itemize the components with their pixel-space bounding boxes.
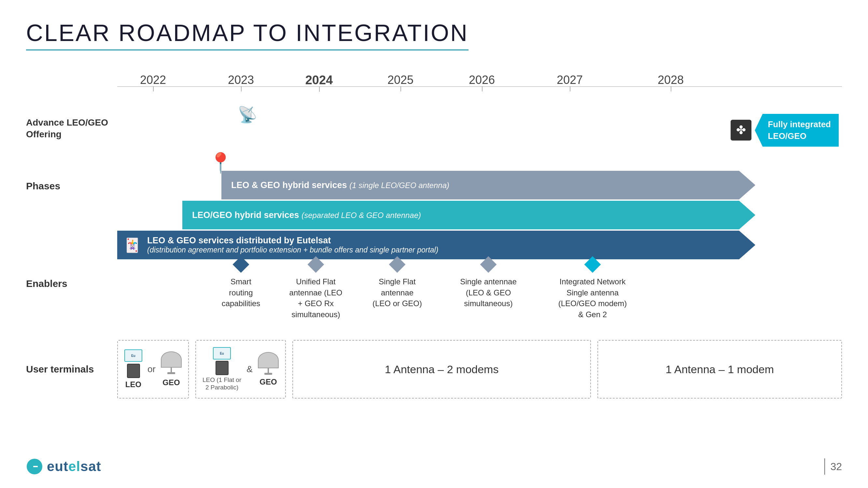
advance-label: Advance LEO/GEOOffering [26, 117, 117, 140]
year-label-2024: 2024 [305, 73, 333, 87]
year-label-2023: 2023 [228, 73, 254, 87]
year-2027: 2027 [554, 73, 586, 87]
geo-label: GEO [162, 378, 180, 387]
or-text: or [148, 364, 156, 375]
enablers-label: Enablers [26, 259, 117, 289]
footer-separator [825, 458, 825, 475]
phase-bar-1: 🃏 LEO & GEO services distributed by Eute… [117, 231, 755, 259]
year-2026: 2026 [466, 73, 498, 87]
svg-rect-1 [33, 466, 38, 467]
logo-text: eutelsat [47, 459, 101, 474]
logo-highlight: el [68, 459, 81, 474]
year-2025: 2025 [384, 73, 417, 87]
terminal-box-4: 1 Antenna – 1 modem [597, 340, 842, 398]
enabler-4: Single antennae (LEO & GEO simultaneous) [453, 259, 524, 309]
terminal-box-4-label: 1 Antenna – 1 modem [665, 363, 774, 376]
diamond-5 [584, 256, 601, 273]
phase2-sub: (separated LEO & GEO antennae) [302, 211, 421, 220]
footer: eutelsat 32 [26, 458, 842, 475]
eutelsat-logo: eutelsat [26, 458, 101, 475]
year-2022: 2022 [137, 73, 169, 87]
enablers-content: Smart routing capabilities Unified Flat … [117, 259, 842, 330]
logo-circle-icon [26, 458, 43, 475]
leo-label: LEO [125, 380, 141, 389]
leo-device-group: Eu LEO [124, 349, 142, 389]
phases-content: 📍 LEO & GEO hybrid services (1 single LE… [117, 148, 842, 252]
phase2-text: LEO/GEO hybrid services (separated LEO &… [192, 210, 421, 220]
enabler-2: Unified Flat antennae (LEO + GEO Rx simu… [280, 259, 352, 320]
geo-dish [161, 351, 182, 368]
year-label-2022: 2022 [140, 73, 166, 87]
leo-combo-cylinder [216, 361, 228, 375]
terminals-row: User terminals Eu LEO or [26, 337, 842, 402]
terminal-box-3-label: 1 Antenna – 2 modems [385, 363, 499, 376]
terminals-label-text: User terminals [26, 364, 94, 375]
diamond-4 [480, 256, 497, 273]
terminal-box-1: Eu LEO or GEO [117, 340, 189, 398]
phase1-text-block: LEO & GEO services distributed by Eutels… [147, 235, 438, 254]
phase1-main: LEO & GEO services distributed by Eutels… [147, 235, 438, 246]
diamond-2 [308, 256, 324, 273]
fully-integrated-text: Fully integrated LEO/GEO [768, 120, 831, 141]
terminals-content: Eu LEO or GEO [117, 337, 842, 402]
enabler-5-label: Integrated Network Single antenna (LEO/G… [550, 276, 635, 320]
year-2024: 2024 [303, 73, 335, 87]
timeline-section: 2022 2023 2024 2025 2026 [26, 73, 842, 402]
phase1-sub: (distribution agreement and portfolio ex… [147, 246, 438, 254]
phase-bar-3: LEO & GEO hybrid services (1 single LEO/… [221, 171, 755, 199]
diamond-3 [389, 256, 406, 273]
leo-combo-modem: Eu [213, 347, 231, 359]
leo-modem: Eu [124, 349, 142, 362]
phases-label: Phases [26, 148, 117, 192]
page-title: CLEAR ROADMAP TO INTEGRATION [26, 20, 468, 51]
enabler-1: Smart routing capabilities [208, 259, 274, 309]
enabler-3-label: Single Flat antennae (LEO or GEO) [365, 276, 430, 309]
year-2028: 2028 [654, 73, 687, 87]
router-icon: 📡 [238, 106, 257, 124]
amp-text: & [246, 364, 253, 375]
advance-content: 📡 ✤ Fully integrated LEO/GEO [117, 112, 842, 145]
phase-bar-2: LEO/GEO hybrid services (separated LEO &… [182, 201, 755, 229]
leo-combo-label: LEO (1 Flat or2 Parabolic) [203, 377, 241, 391]
cards-icon: 🃏 [124, 237, 141, 253]
advance-offering-row: Advance LEO/GEOOffering 📡 ✤ Fully integr… [26, 109, 842, 148]
fully-integrated-badge: Fully integrated LEO/GEO [755, 114, 839, 147]
advance-label-text: Advance LEO/GEOOffering [26, 118, 108, 139]
leo-cylinder [127, 364, 140, 378]
page-number: 32 [830, 461, 842, 473]
year-label-2026: 2026 [469, 73, 495, 87]
geo-device-group: GEO [161, 351, 182, 387]
phase3-text: LEO & GEO hybrid services (1 single LEO/… [231, 180, 449, 190]
page-number-group: 32 [825, 458, 842, 475]
leo-combo-group: Eu LEO (1 Flat or2 Parabolic) [203, 347, 241, 391]
phases-label-text: Phases [26, 181, 60, 191]
phase3-sub: (1 single LEO/GEO antenna) [349, 181, 449, 190]
geo-combo-label: GEO [259, 378, 277, 387]
logo-svg [26, 458, 43, 475]
logo-eut: eut [47, 459, 68, 474]
diamond-1 [233, 256, 249, 273]
geo-combo-dish [258, 352, 279, 368]
puzzle-icon-area: ✤ Fully integrated LEO/GEO [731, 114, 839, 147]
page-container: CLEAR ROADMAP TO INTEGRATION 2022 2023 2… [0, 0, 868, 488]
year-label-2025: 2025 [388, 73, 413, 87]
enabler-4-label: Single antennae (LEO & GEO simultaneous) [453, 276, 524, 309]
logo-sat: sat [81, 459, 101, 474]
enabler-3: Single Flat antennae (LEO or GEO) [365, 259, 430, 309]
year-label-2028: 2028 [658, 73, 684, 87]
terminals-label: User terminals [26, 364, 117, 375]
phases-row: Phases 📍 LEO & GEO hybrid services (1 si… [26, 148, 842, 252]
enabler-5: Integrated Network Single antenna (LEO/G… [550, 259, 635, 320]
year-2023: 2023 [225, 73, 257, 87]
terminal-box-2-outer: Eu LEO (1 Flat or2 Parabolic) & GEO [195, 340, 286, 398]
enabler-1-label: Smart routing capabilities [208, 276, 274, 309]
geo-combo-group: GEO [258, 352, 279, 387]
puzzle-icon: ✤ [731, 120, 751, 140]
terminal-box-3: 1 Antenna – 2 modems [292, 340, 591, 398]
years-row: 2022 2023 2024 2025 2026 [117, 73, 842, 99]
enablers-row: Enablers Smart routing capabilities Unif… [26, 259, 842, 330]
enabler-2-label: Unified Flat antennae (LEO + GEO Rx simu… [280, 276, 352, 320]
year-label-2027: 2027 [557, 73, 583, 87]
enablers-label-text: Enablers [26, 278, 67, 289]
